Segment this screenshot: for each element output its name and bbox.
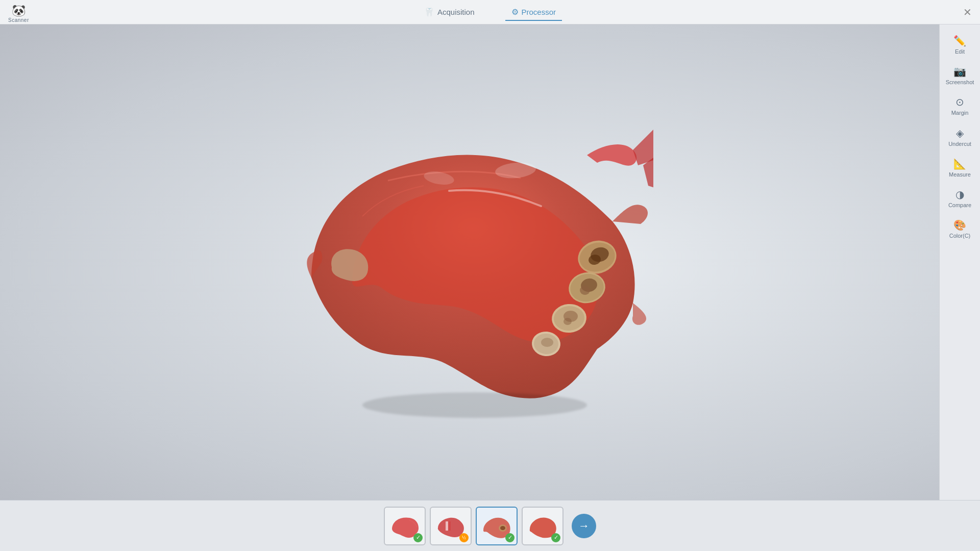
measure-label: Measure bbox=[949, 171, 971, 178]
toolbar-color[interactable]: 🎨 Color(C) bbox=[942, 215, 978, 243]
svg-point-14 bbox=[541, 338, 553, 347]
screenshot-icon: 📷 bbox=[953, 65, 966, 78]
toolbar-edit[interactable]: ✏️ Edit bbox=[942, 31, 978, 59]
compare-icon: ◑ bbox=[955, 188, 964, 201]
svg-point-7 bbox=[580, 286, 590, 295]
compare-label: Compare bbox=[948, 202, 971, 209]
processor-icon: ⚙ bbox=[511, 7, 519, 17]
svg-point-21 bbox=[500, 526, 505, 530]
margin-label: Margin bbox=[951, 110, 969, 116]
thumb2-badge: ½ bbox=[459, 533, 469, 542]
toolbar-compare[interactable]: ◑ Compare bbox=[942, 184, 978, 213]
panda-icon: 🐼 bbox=[12, 4, 26, 17]
logo-text: Scanner bbox=[8, 17, 29, 23]
tab-processor-label: Processor bbox=[522, 8, 556, 16]
tab-acquisition[interactable]: 🦷 Acquisition bbox=[418, 4, 481, 21]
thumbnail-3[interactable]: ✓ bbox=[476, 507, 518, 545]
screenshot-label: Screenshot bbox=[946, 79, 974, 86]
next-icon: → bbox=[578, 519, 590, 533]
close-button[interactable]: ✕ bbox=[963, 6, 972, 18]
svg-rect-18 bbox=[446, 521, 448, 531]
measure-icon: 📐 bbox=[953, 158, 966, 170]
dental-model bbox=[286, 89, 653, 436]
thumbnail-4[interactable]: ✓ bbox=[522, 507, 564, 545]
thumbnail-1[interactable]: ✓ bbox=[384, 507, 426, 545]
svg-rect-19 bbox=[448, 521, 451, 531]
acquisition-icon: 🦷 bbox=[424, 7, 434, 17]
margin-icon: ⊙ bbox=[955, 96, 964, 108]
app-logo: 🐼 Scanner bbox=[8, 4, 29, 23]
color-label: Color(C) bbox=[949, 233, 971, 239]
undercut-icon: ◈ bbox=[956, 127, 964, 139]
svg-point-11 bbox=[564, 318, 572, 325]
toolbar-undercut[interactable]: ◈ Undercut bbox=[942, 123, 978, 152]
edit-icon: ✏️ bbox=[953, 35, 966, 47]
thumb3-badge: ✓ bbox=[505, 533, 514, 542]
toolbar-measure[interactable]: 📐 Measure bbox=[942, 154, 978, 182]
bottom-bar: ✓ ½ ✓ ✓ → bbox=[0, 500, 980, 551]
right-toolbar: ✏️ Edit 📷 Screenshot ⊙ Margin ◈ Undercut… bbox=[939, 24, 980, 500]
topbar: 🐼 Scanner 🦷 Acquisition ⚙ Processor ✕ bbox=[0, 0, 980, 24]
thumb4-badge: ✓ bbox=[551, 533, 560, 542]
tab-acquisition-label: Acquisition bbox=[437, 8, 475, 16]
toolbar-screenshot[interactable]: 📷 Screenshot bbox=[942, 61, 978, 90]
thumbnail-2[interactable]: ½ bbox=[430, 507, 472, 545]
undercut-label: Undercut bbox=[948, 141, 971, 147]
thumb1-badge: ✓ bbox=[413, 533, 423, 542]
color-icon: 🎨 bbox=[953, 219, 966, 231]
next-button[interactable]: → bbox=[572, 514, 596, 538]
tab-processor[interactable]: ⚙ Processor bbox=[505, 4, 562, 21]
svg-point-17 bbox=[362, 392, 587, 418]
nav-tabs: 🦷 Acquisition ⚙ Processor bbox=[418, 4, 562, 20]
edit-label: Edit bbox=[955, 48, 965, 55]
viewport bbox=[0, 24, 939, 500]
toolbar-margin[interactable]: ⊙ Margin bbox=[942, 92, 978, 120]
